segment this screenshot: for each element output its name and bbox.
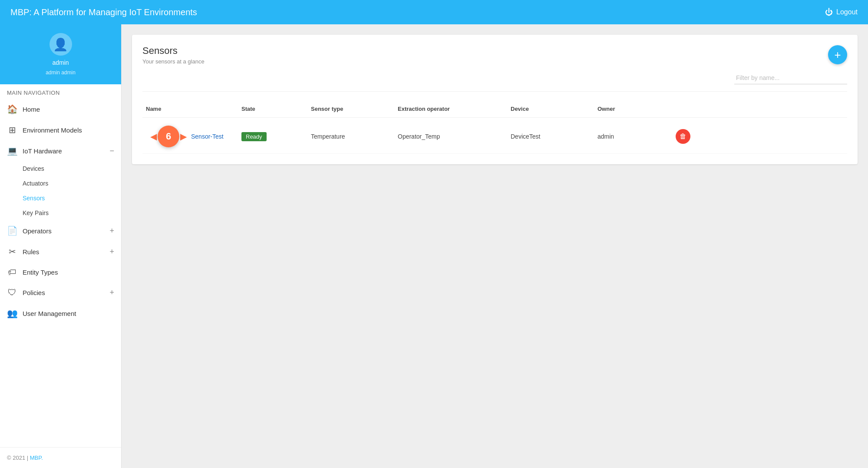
cell-extraction-operator: Operator_Temp	[394, 131, 507, 142]
delete-sensor-button[interactable]: 🗑	[676, 129, 690, 144]
sidebar-subitem-key-pairs[interactable]: Key Pairs	[0, 206, 121, 220]
sidebar-item-operators-label: Operators	[23, 227, 52, 235]
col-header-owner: Owner	[594, 104, 672, 114]
rules-icon: ✂	[7, 246, 17, 257]
main-content: Sensors Your sensors at a glance + Name …	[122, 24, 868, 468]
cell-owner: admin	[594, 131, 672, 142]
arrow-left-icon: ◀	[150, 131, 157, 142]
logout-button[interactable]: ⏻ Logout	[825, 8, 858, 17]
main-layout: 👤 admin admin admin Main Navigation 🏠 Ho…	[0, 24, 868, 468]
sidebar-item-environment-models-label: Environment Models	[23, 126, 82, 134]
logout-label: Logout	[836, 8, 858, 16]
add-icon: +	[834, 48, 841, 62]
operators-icon: 📄	[7, 226, 17, 236]
app-title: MBP: A Platform for Managing IoT Environ…	[10, 7, 197, 17]
table-row: ◀ 6 ▶ Sensor-Test Ready	[142, 119, 847, 154]
iot-hardware-icon: 💻	[7, 146, 17, 156]
sidebar-item-operators[interactable]: 📄 Operators +	[0, 220, 121, 241]
sidebar-item-policies[interactable]: 🛡 Policies +	[0, 282, 121, 303]
key-pairs-label: Key Pairs	[23, 209, 49, 216]
card-title-block: Sensors Your sensors at a glance	[142, 45, 205, 65]
col-header-actions	[672, 104, 698, 114]
filter-input[interactable]	[734, 72, 847, 84]
cell-actions: 🗑	[672, 127, 698, 146]
power-icon: ⏻	[825, 8, 833, 17]
col-header-extraction-operator: Extraction operator	[394, 104, 507, 114]
policies-icon: 🛡	[7, 288, 17, 298]
col-header-device: Device	[507, 104, 594, 114]
copyright-text: © 2021 |	[7, 455, 30, 461]
avatar: 👤	[50, 33, 72, 56]
arrow-right-icon: ▶	[180, 131, 187, 142]
sidebar-item-home-label: Home	[23, 106, 40, 113]
devices-label: Devices	[23, 165, 44, 172]
sidebar-subitem-actuators[interactable]: Actuators	[0, 176, 121, 191]
avatar-icon: 👤	[53, 37, 68, 52]
sensor-name-link[interactable]: Sensor-Test	[191, 133, 224, 140]
sidebar-item-home[interactable]: 🏠 Home	[0, 99, 121, 119]
nav-section-header: Main Navigation	[0, 84, 121, 99]
annotation-badge: 6	[158, 126, 179, 147]
environment-models-icon: ⊞	[7, 125, 17, 135]
sidebar-item-environment-models[interactable]: ⊞ Environment Models	[0, 119, 121, 140]
table-header: Name State Sensor type Extraction operat…	[142, 100, 847, 118]
profile-fullname: admin admin	[46, 70, 76, 76]
col-header-state: State	[238, 104, 307, 114]
cell-state: Ready	[238, 130, 307, 143]
annotation-number: 6	[166, 131, 171, 142]
page-subtitle: Your sensors at a glance	[142, 58, 205, 65]
topbar: MBP: A Platform for Managing IoT Environ…	[0, 0, 868, 24]
sensors-label: Sensors	[23, 195, 45, 202]
sidebar-item-user-management[interactable]: 👥 User Management	[0, 303, 121, 324]
sensors-card: Sensors Your sensors at a glance + Name …	[132, 35, 858, 164]
operators-expand-icon: +	[109, 226, 114, 236]
sidebar-item-rules[interactable]: ✂ Rules +	[0, 241, 121, 262]
sidebar-footer: © 2021 | MBP.	[0, 447, 121, 468]
sidebar-item-policies-label: Policies	[23, 289, 45, 296]
profile-username: admin	[52, 59, 69, 66]
filter-bar	[142, 72, 847, 92]
page-title: Sensors	[142, 45, 205, 56]
actuators-label: Actuators	[23, 180, 48, 187]
state-badge: Ready	[241, 132, 267, 141]
sidebar-item-entity-types-label: Entity Types	[23, 269, 58, 276]
sidebar-item-rules-label: Rules	[23, 248, 39, 256]
sidebar-item-iot-hardware[interactable]: 💻 IoT Hardware −	[0, 140, 121, 161]
sidebar-profile: 👤 admin admin admin	[0, 24, 121, 84]
home-icon: 🏠	[7, 104, 17, 114]
policies-expand-icon: +	[109, 288, 114, 297]
mbp-link[interactable]: MBP.	[30, 455, 43, 461]
cell-name: ◀ 6 ▶ Sensor-Test	[142, 124, 238, 149]
sidebar-subitem-devices[interactable]: Devices	[0, 161, 121, 176]
rules-expand-icon: +	[109, 247, 114, 256]
col-header-name: Name	[142, 104, 238, 114]
cell-device: DeviceTest	[507, 131, 594, 142]
sidebar: 👤 admin admin admin Main Navigation 🏠 Ho…	[0, 24, 122, 468]
iot-hardware-collapse-icon: −	[109, 146, 114, 156]
col-header-sensor-type: Sensor type	[307, 104, 394, 114]
user-management-icon: 👥	[7, 308, 17, 319]
card-header: Sensors Your sensors at a glance +	[142, 45, 847, 65]
sidebar-item-iot-hardware-label: IoT Hardware	[23, 147, 62, 155]
delete-icon: 🗑	[680, 133, 686, 140]
sidebar-subitem-sensors[interactable]: Sensors	[0, 191, 121, 206]
cell-sensor-type: Temperature	[307, 131, 394, 142]
sidebar-item-entity-types[interactable]: 🏷 Entity Types	[0, 262, 121, 282]
add-sensor-button[interactable]: +	[828, 45, 847, 64]
sidebar-item-user-management-label: User Management	[23, 310, 76, 317]
entity-types-icon: 🏷	[7, 267, 17, 277]
